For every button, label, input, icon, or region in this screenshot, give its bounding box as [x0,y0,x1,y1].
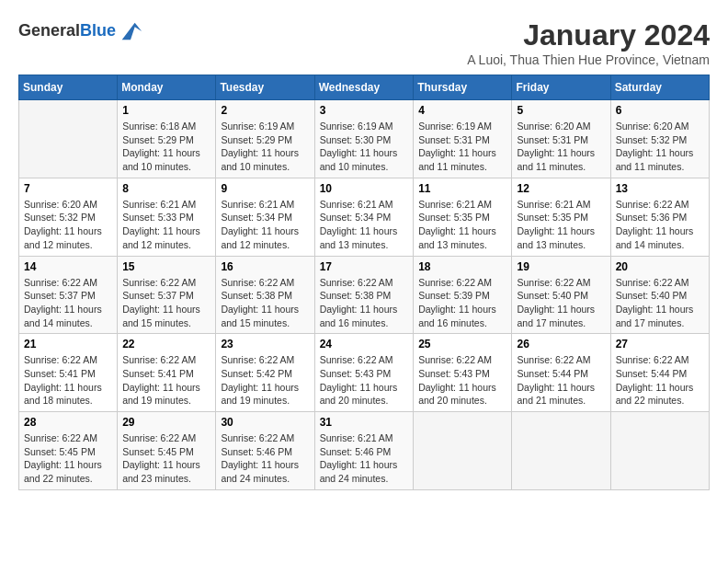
weekday-header-tuesday: Tuesday [216,75,314,100]
day-detail: Sunrise: 6:18 AM Sunset: 5:29 PM Dayligh… [122,120,210,174]
logo-general: GeneralBlue [18,22,116,40]
calendar-cell [610,412,709,490]
calendar-cell: 24Sunrise: 6:22 AM Sunset: 5:43 PM Dayli… [314,334,414,412]
day-number: 26 [517,338,605,350]
day-number: 17 [320,260,409,273]
day-number: 24 [320,338,409,350]
calendar-cell: 6Sunrise: 6:20 AM Sunset: 5:32 PM Daylig… [610,100,709,178]
calendar-cell: 27Sunrise: 6:22 AM Sunset: 5:44 PM Dayli… [610,334,709,412]
calendar-cell: 7Sunrise: 6:20 AM Sunset: 5:32 PM Daylig… [19,178,118,256]
day-detail: Sunrise: 6:20 AM Sunset: 5:32 PM Dayligh… [24,198,112,252]
calendar-cell: 17Sunrise: 6:22 AM Sunset: 5:38 PM Dayli… [314,256,414,334]
day-detail: Sunrise: 6:22 AM Sunset: 5:36 PM Dayligh… [616,198,704,252]
calendar-table: SundayMondayTuesdayWednesdayThursdayFrid… [18,75,710,490]
day-detail: Sunrise: 6:22 AM Sunset: 5:37 PM Dayligh… [24,276,112,330]
day-detail: Sunrise: 6:22 AM Sunset: 5:40 PM Dayligh… [616,276,704,330]
calendar-week-row: 14Sunrise: 6:22 AM Sunset: 5:37 PM Dayli… [19,256,710,334]
day-detail: Sunrise: 6:22 AM Sunset: 5:42 PM Dayligh… [221,353,309,408]
day-detail: Sunrise: 6:21 AM Sunset: 5:35 PM Dayligh… [517,198,605,252]
day-number: 10 [320,182,409,195]
calendar-cell: 25Sunrise: 6:22 AM Sunset: 5:43 PM Dayli… [414,334,512,412]
weekday-header-monday: Monday [118,75,216,100]
calendar-cell: 31Sunrise: 6:21 AM Sunset: 5:46 PM Dayli… [314,412,414,490]
day-detail: Sunrise: 6:19 AM Sunset: 5:31 PM Dayligh… [418,120,506,174]
day-detail: Sunrise: 6:22 AM Sunset: 5:45 PM Dayligh… [122,431,210,486]
day-number: 18 [418,260,506,273]
day-detail: Sunrise: 6:22 AM Sunset: 5:43 PM Dayligh… [418,353,506,408]
calendar-cell: 1Sunrise: 6:18 AM Sunset: 5:29 PM Daylig… [118,100,216,178]
day-detail: Sunrise: 6:22 AM Sunset: 5:41 PM Dayligh… [24,353,112,408]
day-detail: Sunrise: 6:22 AM Sunset: 5:38 PM Dayligh… [221,276,309,330]
calendar-cell: 18Sunrise: 6:22 AM Sunset: 5:39 PM Dayli… [414,256,512,334]
day-number: 7 [24,182,112,195]
weekday-header-thursday: Thursday [414,75,512,100]
day-number: 25 [418,338,506,350]
weekday-header-wednesday: Wednesday [314,75,414,100]
day-number: 9 [221,182,309,195]
calendar-week-row: 28Sunrise: 6:22 AM Sunset: 5:45 PM Dayli… [19,412,710,490]
calendar-cell: 28Sunrise: 6:22 AM Sunset: 5:45 PM Dayli… [19,412,118,490]
month-title: January 2024 [467,18,710,52]
calendar-cell: 10Sunrise: 6:21 AM Sunset: 5:34 PM Dayli… [314,178,414,256]
calendar-cell: 8Sunrise: 6:21 AM Sunset: 5:33 PM Daylig… [118,178,216,256]
logo: GeneralBlue [18,18,143,44]
day-detail: Sunrise: 6:22 AM Sunset: 5:41 PM Dayligh… [122,353,210,408]
weekday-header-friday: Friday [512,75,610,100]
calendar-cell: 2Sunrise: 6:19 AM Sunset: 5:29 PM Daylig… [216,100,314,178]
day-detail: Sunrise: 6:22 AM Sunset: 5:39 PM Dayligh… [418,276,506,330]
day-number: 16 [221,260,309,273]
day-detail: Sunrise: 6:22 AM Sunset: 5:45 PM Dayligh… [24,431,112,486]
day-detail: Sunrise: 6:21 AM Sunset: 5:34 PM Dayligh… [221,198,309,252]
logo-icon [118,18,143,44]
day-number: 27 [616,338,704,350]
day-detail: Sunrise: 6:22 AM Sunset: 5:38 PM Dayligh… [320,276,409,330]
day-number: 13 [616,182,704,195]
calendar-cell: 14Sunrise: 6:22 AM Sunset: 5:37 PM Dayli… [19,256,118,334]
day-detail: Sunrise: 6:22 AM Sunset: 5:44 PM Dayligh… [616,353,704,408]
day-number: 30 [221,416,309,429]
day-number: 29 [122,416,210,429]
day-detail: Sunrise: 6:22 AM Sunset: 5:46 PM Dayligh… [221,431,309,486]
logo-text: GeneralBlue [18,22,116,40]
day-detail: Sunrise: 6:20 AM Sunset: 5:32 PM Dayligh… [616,120,704,174]
day-number: 20 [616,260,704,273]
calendar-cell: 26Sunrise: 6:22 AM Sunset: 5:44 PM Dayli… [512,334,610,412]
day-detail: Sunrise: 6:22 AM Sunset: 5:43 PM Dayligh… [320,353,409,408]
day-detail: Sunrise: 6:22 AM Sunset: 5:37 PM Dayligh… [122,276,210,330]
day-number: 11 [418,182,506,195]
day-detail: Sunrise: 6:21 AM Sunset: 5:34 PM Dayligh… [320,198,409,252]
day-number: 5 [517,104,605,117]
calendar-cell: 22Sunrise: 6:22 AM Sunset: 5:41 PM Dayli… [118,334,216,412]
day-number: 6 [616,104,704,117]
svg-marker-0 [122,23,142,40]
calendar-cell: 23Sunrise: 6:22 AM Sunset: 5:42 PM Dayli… [216,334,314,412]
page-header: GeneralBlue January 2024 A Luoi, Thua Th… [18,18,710,67]
day-detail: Sunrise: 6:22 AM Sunset: 5:44 PM Dayligh… [517,353,605,408]
day-number: 19 [517,260,605,273]
day-detail: Sunrise: 6:19 AM Sunset: 5:30 PM Dayligh… [320,120,409,174]
day-number: 12 [517,182,605,195]
day-detail: Sunrise: 6:19 AM Sunset: 5:29 PM Dayligh… [221,120,309,174]
day-detail: Sunrise: 6:22 AM Sunset: 5:40 PM Dayligh… [517,276,605,330]
calendar-cell [512,412,610,490]
calendar-week-row: 7Sunrise: 6:20 AM Sunset: 5:32 PM Daylig… [19,178,710,256]
calendar-cell: 4Sunrise: 6:19 AM Sunset: 5:31 PM Daylig… [414,100,512,178]
day-number: 2 [221,104,309,117]
day-number: 21 [24,338,112,350]
calendar-cell [414,412,512,490]
location-subtitle: A Luoi, Thua Thien Hue Province, Vietnam [467,52,710,67]
weekday-header-saturday: Saturday [610,75,709,100]
calendar-week-row: 1Sunrise: 6:18 AM Sunset: 5:29 PM Daylig… [19,100,710,178]
day-detail: Sunrise: 6:20 AM Sunset: 5:31 PM Dayligh… [517,120,605,174]
calendar-cell: 15Sunrise: 6:22 AM Sunset: 5:37 PM Dayli… [118,256,216,334]
weekday-header-sunday: Sunday [19,75,118,100]
day-detail: Sunrise: 6:21 AM Sunset: 5:33 PM Dayligh… [122,198,210,252]
calendar-cell: 11Sunrise: 6:21 AM Sunset: 5:35 PM Dayli… [414,178,512,256]
calendar-cell: 13Sunrise: 6:22 AM Sunset: 5:36 PM Dayli… [610,178,709,256]
calendar-cell: 29Sunrise: 6:22 AM Sunset: 5:45 PM Dayli… [118,412,216,490]
weekday-header-row: SundayMondayTuesdayWednesdayThursdayFrid… [19,75,710,100]
day-number: 23 [221,338,309,350]
calendar-week-row: 21Sunrise: 6:22 AM Sunset: 5:41 PM Dayli… [19,334,710,412]
calendar-cell [19,100,118,178]
day-number: 22 [122,338,210,350]
